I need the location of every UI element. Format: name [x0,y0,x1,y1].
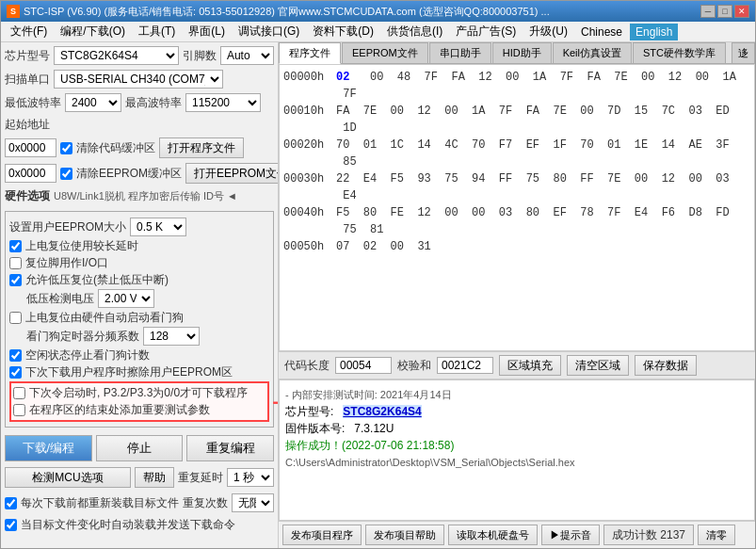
sound-btn[interactable]: ▶提示音 [541,525,600,545]
hex-addr-1: 00010h [283,103,330,137]
cb7-checkbox[interactable] [9,349,22,362]
menu-debug[interactable]: 调试接口(G) [233,22,305,41]
chip-label: 芯片型号 [5,48,50,64]
voltage-label: 低压检测电压 [26,291,94,307]
baud-max-select[interactable]: 115200 [185,93,261,112]
chip-select[interactable]: STC8G2K64S4 [54,46,179,65]
menu-program[interactable]: 编程/下载(O) [55,22,131,41]
auto-load-checkbox[interactable] [5,519,17,531]
scan-label: 扫描单口 [5,72,50,88]
menu-supply[interactable]: 供货信息(I) [381,22,448,41]
eeprom-size-row: 设置用户EEPROM大小 0.5 K [9,218,269,236]
cb5-label: 上电复位由硬件自动启动看门狗 [25,310,184,326]
content-area: 芯片型号 STC8G2K64S4 引脚数 Auto 扫描单口 USB-SERIA… [1,42,755,548]
download-btn[interactable]: 下载/编程 [5,435,92,461]
save-btn[interactable]: 保存数据 [635,355,697,376]
cb3-checkbox[interactable] [9,274,22,286]
stop-btn[interactable]: 停止 [96,435,184,461]
voltage-select[interactable]: 2.00 V [98,289,154,308]
start-addr-input[interactable] [5,138,56,157]
hex-byte-5: 07 02 00 31 [336,238,431,255]
maximize-button[interactable]: □ [717,5,732,18]
menu-bar: 文件(F) 编程/下载(O) 工具(T) 界面(L) 调试接口(G) 资料下载(… [1,22,755,42]
output-firmware-label: 固件版本号: [285,422,345,435]
close-button[interactable]: ✕ [734,5,749,18]
cb9-checkbox[interactable] [13,387,25,399]
hex-addr-2: 00020h [283,137,330,170]
voltage-row: 低压检测电压 2.00 V [9,289,269,308]
tab-more[interactable]: 迻 [732,42,755,63]
cb9-label: 下次令启动时, P3.2/P3.3为0/0才可下载程序 [29,385,248,401]
menu-english[interactable]: English [630,24,678,40]
retry-count-select[interactable]: 无限 [232,493,274,512]
fill-btn[interactable]: 区域填充 [499,355,561,376]
reprogram-btn[interactable]: 重复编程 [186,435,274,461]
publish-help-btn[interactable]: 发布项目帮助 [365,525,444,545]
output-line-title: - 内部安排测试时间: 2021年4月14日 [285,386,748,403]
baud-row: 最低波特率 2400 最高波特率 115200 [5,93,274,112]
menu-download[interactable]: 资料下载(D) [307,22,379,41]
clear-code-checkbox[interactable] [60,142,72,154]
retry-delay-select[interactable]: 1 秒 [227,468,274,487]
tab-program-file[interactable]: 程序文件 [279,42,341,64]
hex-addr-3: 00030h [283,170,330,204]
cb9-row: 下次令启动时, P3.2/P3.3为0/0才可下载程序 [13,385,265,401]
baud-min-select[interactable]: 2400 [65,93,121,112]
cb2-checkbox[interactable] [9,257,22,269]
menu-tools[interactable]: 工具(T) [133,22,181,41]
hex-row-5: 00050h 07 02 00 31 [283,238,750,255]
hex-row-1: 00010h FA 7E 00 12 00 1A 7F FA 7E 00 7D … [283,103,750,137]
open-eeprom-btn[interactable]: 打开EEPROM文件 [185,163,279,184]
menu-file[interactable]: 文件(F) [5,22,53,41]
output-chip-row: 芯片型号: STC8G2K64S4 [285,403,748,420]
pin-label: 引脚数 [183,48,217,64]
open-program-btn[interactable]: 打开程序文件 [159,137,244,158]
output-success-msg: 操作成功！(2022-07-06 21:18:58) [285,439,454,452]
help-btn[interactable]: 帮助 [135,467,174,488]
cb1-checkbox[interactable] [9,240,22,252]
minimize-button[interactable]: ─ [700,5,716,18]
pin-select[interactable]: Auto [220,46,274,65]
clear-btn[interactable]: 清空区域 [567,355,629,376]
cb8-checkbox[interactable] [9,366,22,379]
clear-eeprom-checkbox[interactable] [60,168,72,180]
cb10-checkbox[interactable] [13,404,25,416]
watchdog-select[interactable]: 128 [143,327,200,346]
success-count: 成功计数 2137 [603,525,694,545]
detect-btn[interactable]: 检测MCU选项 [5,467,131,488]
port-select[interactable]: USB-SERIAL CH340 (COM7) [54,70,223,89]
retry-count-label: 重复次数 [183,495,228,511]
tab-hid-helper[interactable]: HID助手 [492,42,552,63]
cb5-checkbox[interactable] [9,312,22,324]
clear-eeprom-label: 清除EEPROM缓冲区 [76,166,182,182]
hex-row-4: 00040h F5 80 FE 12 00 00 03 80 EF 78 7F … [283,204,750,238]
reload-checkbox[interactable] [5,497,17,509]
hw-options-label: 硬件选项 [5,188,50,204]
publish-program-btn[interactable]: 发布项目程序 [282,525,362,545]
chip-row: 芯片型号 STC8G2K64S4 引脚数 Auto [5,46,274,65]
highlighted-section: 下次令启动时, P3.2/P3.3为0/0才可下载程序 在程序区的结束处添加重要… [9,381,269,422]
tabs-row: 程序文件 EEPROM文件 串口助手 HID助手 Keil仿真设置 STC硬件数… [279,42,755,64]
menu-upgrade[interactable]: 升级(U) [523,22,573,41]
clear-count-btn[interactable]: 清零 [698,525,735,545]
arrow-icon: ➔ [272,391,279,413]
eeprom-size-select[interactable]: 0.5 K [130,218,186,236]
cb7-row: 空闲状态停止看门狗计数 [9,347,269,363]
read-disk-btn[interactable]: 读取本机硬盘号 [448,525,538,545]
left-panel: 芯片型号 STC8G2K64S4 引脚数 Auto 扫描单口 USB-SERIA… [1,42,279,548]
menu-chinese[interactable]: Chinese [575,24,628,40]
auto-load-label: 当目标文件变化时自动装载并发送下载命令 [21,517,235,533]
menu-ads[interactable]: 产品广告(S) [450,22,522,41]
output-chip-value: STC8G2K64S4 [343,405,421,418]
hex-addr-0: 00000h [283,69,330,103]
output-section-title: - 内部安排测试时间: 2021年4月14日 [285,389,452,400]
tab-serial-helper[interactable]: 串口助手 [429,42,491,63]
baud-min-label: 最低波特率 [5,95,61,111]
menu-interface[interactable]: 界面(L) [183,22,231,41]
tab-eeprom-file[interactable]: EEPROM文件 [342,42,428,63]
tab-keil-sim[interactable]: Keil仿真设置 [553,42,632,63]
hex-row-3: 00030h 22 E4 F5 93 75 94 FF 75 80 FF 7E … [283,170,750,204]
tab-stc-math[interactable]: STC硬件数学库 [633,42,726,63]
right-bottom: - 内部安排测试时间: 2021年4月14日 芯片型号: STC8G2K64S4… [279,379,755,548]
eeprom-addr-input[interactable] [5,164,56,183]
